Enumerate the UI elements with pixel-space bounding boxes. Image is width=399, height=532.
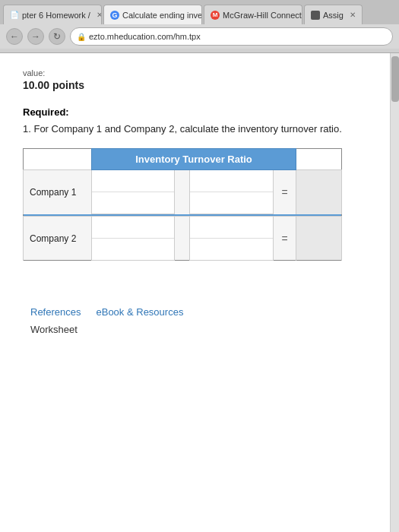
company1-denominator-bottom-input[interactable] <box>190 192 273 214</box>
required-label: Required: <box>23 106 376 118</box>
company1-denominator-bottom-cell[interactable] <box>190 192 274 214</box>
scroll-bar[interactable] <box>390 53 399 532</box>
company1-denominator-top-input[interactable] <box>190 170 273 192</box>
value-label: value: <box>23 68 376 78</box>
company1-numerator-cell[interactable] <box>92 170 175 192</box>
company1-result[interactable] <box>296 170 342 214</box>
back-button[interactable]: ← <box>6 28 23 45</box>
company1-label: Company 1 <box>24 170 92 214</box>
secure-icon: 🔒 <box>77 33 86 41</box>
google-icon: G <box>110 11 119 20</box>
tab-chapter-homework[interactable]: 📄 pter 6 Homework / ✕ <box>3 5 102 24</box>
browser-chrome: 📄 pter 6 Homework / ✕ G Calculate ending… <box>0 0 399 53</box>
company2-equals: = <box>274 217 296 261</box>
company1-divider <box>175 170 190 214</box>
url-text: ezto.mheducation.com/hm.tpx <box>89 32 201 41</box>
tab-close-icon[interactable]: ✕ <box>350 11 356 19</box>
worksheet-link[interactable]: Worksheet <box>30 324 78 335</box>
page-content: value: 10.00 points Required: 1. For Com… <box>0 53 399 532</box>
tab-calculate-ending[interactable]: G Calculate ending inver ✕ <box>103 5 202 24</box>
footer-links: References eBook & Resources <box>23 306 376 318</box>
tab-close-icon[interactable]: ✕ <box>97 11 102 19</box>
company2-numerator-bottom-cell[interactable] <box>92 239 175 261</box>
tab-label: Calculate ending inver <box>122 11 202 20</box>
points-value: 10.00 points <box>23 79 376 91</box>
tab-label: pter 6 Homework / <box>22 11 90 20</box>
ebook-resources-link[interactable]: eBook & Resources <box>96 306 183 318</box>
company2-top-row: Company 2 = <box>24 217 342 239</box>
forward-button[interactable]: → <box>27 28 44 45</box>
company1-numerator-bottom-input[interactable] <box>92 192 174 214</box>
company2-label: Company 2 <box>24 217 92 261</box>
scroll-thumb[interactable] <box>391 56 399 102</box>
question-text: 1. For Company 1 and Company 2, calculat… <box>23 122 376 136</box>
turnover-table: Inventory Turnover Ratio Company 1 = <box>23 148 342 261</box>
content-area: value: 10.00 points Required: 1. For Com… <box>0 53 399 350</box>
company1-top-row: Company 1 = <box>24 170 342 192</box>
company2-denominator-top-input[interactable] <box>190 217 273 238</box>
company2-denominator-bottom-cell[interactable] <box>190 239 274 261</box>
tab-assign[interactable]: Assig ✕ <box>304 5 363 24</box>
company1-numerator-input[interactable] <box>92 170 174 192</box>
table-header: Inventory Turnover Ratio <box>92 149 296 170</box>
references-link[interactable]: References <box>30 306 81 318</box>
company2-denominator-top-cell[interactable] <box>190 217 274 239</box>
tab-label: McGraw-Hill Connect | <box>223 11 302 20</box>
footer-bottom: Worksheet <box>23 324 376 335</box>
mcgraw-icon: M <box>211 11 220 20</box>
tab-mcgraw-connect[interactable]: M McGraw-Hill Connect | ✕ <box>204 5 302 24</box>
company1-denominator-top-cell[interactable] <box>190 170 274 192</box>
address-bar: ← → ↻ 🔒 ezto.mheducation.com/hm.tpx <box>0 24 399 49</box>
company2-divider <box>175 217 190 261</box>
tab-page-icon: 📄 <box>10 11 19 19</box>
tab-label: Assig <box>323 11 344 20</box>
tab-bar: 📄 pter 6 Homework / ✕ G Calculate ending… <box>0 0 399 24</box>
company2-numerator-cell[interactable] <box>92 217 175 239</box>
reload-button[interactable]: ↻ <box>49 28 65 45</box>
square-icon <box>311 11 320 20</box>
company2-numerator-bottom-input[interactable] <box>92 239 174 260</box>
url-bar[interactable]: 🔒 ezto.mheducation.com/hm.tpx <box>70 27 393 46</box>
company2-result[interactable] <box>296 217 342 261</box>
company2-denominator-bottom-input[interactable] <box>190 239 273 260</box>
company2-numerator-input[interactable] <box>92 217 174 238</box>
company1-equals: = <box>274 170 296 214</box>
company1-numerator-bottom-cell[interactable] <box>92 192 175 214</box>
